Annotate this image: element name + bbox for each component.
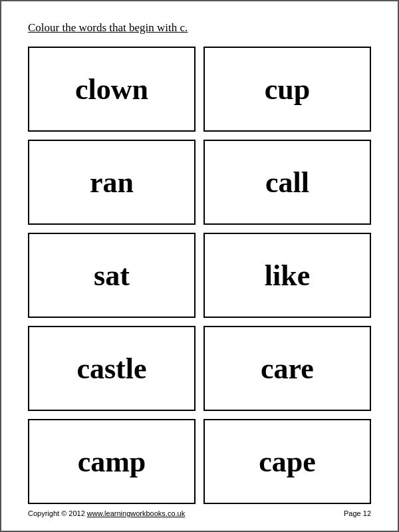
word-card-sat[interactable]: sat — [28, 233, 196, 318]
word-card-like[interactable]: like — [203, 233, 371, 318]
word-card-clown[interactable]: clown — [28, 47, 196, 132]
page: Colour the words that begin with c. clow… — [0, 0, 399, 532]
word-card-castle[interactable]: castle — [28, 326, 196, 411]
word-card-call[interactable]: call — [203, 140, 371, 225]
word-card-care[interactable]: care — [203, 326, 371, 411]
word-card-camp[interactable]: camp — [28, 419, 196, 504]
footer: Copyright © 2012 www.learningworkbooks.c… — [28, 504, 371, 517]
footer-website[interactable]: www.learningworkbooks.co.uk — [87, 509, 185, 517]
footer-page-number: Page 12 — [344, 509, 371, 517]
word-card-cape[interactable]: cape — [203, 419, 371, 504]
word-grid: clown cup ran call sat like castle care … — [28, 47, 371, 504]
word-card-cup[interactable]: cup — [203, 47, 371, 132]
footer-copyright: Copyright © 2012 www.learningworkbooks.c… — [28, 509, 185, 517]
word-card-ran[interactable]: ran — [28, 140, 196, 225]
instruction: Colour the words that begin with c. — [28, 21, 371, 35]
